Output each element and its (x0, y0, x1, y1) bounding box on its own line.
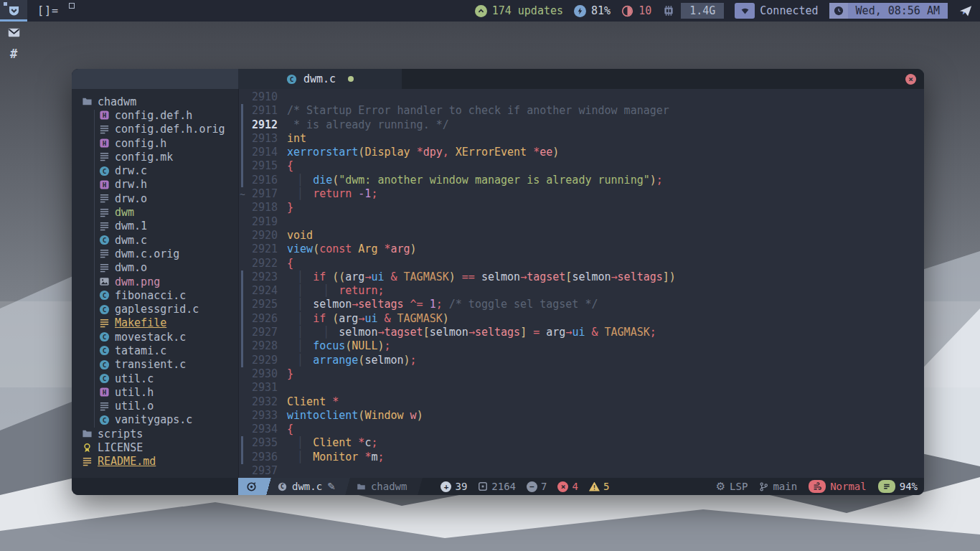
workspace-tag-mail[interactable] (0, 22, 27, 43)
tree-item-Makefile[interactable]: Makefile (72, 316, 238, 330)
tree-item-dwm.c.orig[interactable]: dwm.c.orig (72, 247, 238, 260)
workspace-tag-hash[interactable]: # (0, 43, 27, 65)
tree-item-label: movestack.c (115, 331, 186, 344)
code-text: ▏ return -1; (287, 187, 377, 201)
workspace-tags: # (0, 0, 27, 65)
code-line-2934[interactable]: 2934{ (239, 423, 924, 436)
code-line-2914[interactable]: 2914xerrorstart(Display *dpy, XErrorEven… (239, 146, 924, 159)
git-sign-empty (239, 395, 246, 409)
tree-item-util.o[interactable]: util.o (72, 400, 238, 413)
tree-item-README.md[interactable]: README.md (72, 455, 238, 468)
battery-module[interactable]: 81% (574, 4, 611, 17)
code-line-2933[interactable]: 2933wintoclient(Window w) (239, 409, 924, 423)
tree-item-movestack.c[interactable]: Cmovestack.c (72, 330, 238, 344)
line-number: 2914 (246, 146, 287, 159)
svg-text:C: C (103, 416, 107, 424)
code-line-2924[interactable]: 2924 ▏ ▏ return; (239, 284, 924, 298)
tree-item-dwm.c[interactable]: Cdwm.c (72, 233, 238, 247)
mail-icon (7, 26, 21, 39)
tree-item-drw.h[interactable]: Hdrw.h (72, 178, 238, 192)
mode-segment (238, 478, 264, 495)
git-sign-bar (239, 174, 246, 187)
network-module[interactable]: Connected (735, 3, 818, 19)
code-line-2930[interactable]: 2930} (239, 367, 924, 381)
code-line-2911[interactable]: 2911/* Startup Error handler to check if… (239, 104, 924, 118)
tree-item-chadwm[interactable]: chadwm (72, 95, 238, 108)
svg-text:C: C (103, 236, 107, 244)
code-line-2925[interactable]: 2925 ▏ selmon→seltags ^= 1; /* toggle se… (239, 298, 924, 311)
code-line-2929[interactable]: 2929 ▏ arrange(selmon); (239, 354, 924, 367)
tab-bar: C dwm.c × (72, 69, 924, 89)
tab-dwm-c[interactable]: C dwm.c (238, 69, 402, 89)
file-icon (99, 151, 110, 162)
tree-item-dwm[interactable]: dwm (72, 205, 238, 219)
code-line-2917[interactable]: ~2917 ▏ return -1; (239, 187, 924, 201)
folder-icon (82, 428, 93, 439)
clock-module[interactable]: Wed, 08:56 AM (829, 3, 948, 19)
layout-symbol[interactable]: []= (37, 4, 59, 17)
tree-item-config.def.h[interactable]: Hconfig.def.h (72, 108, 238, 122)
h-icon: H (99, 138, 110, 149)
code-line-2927[interactable]: 2927 ▏ ▏ selmon→tagset[selmon→seltags] =… (239, 326, 924, 339)
temperature-module[interactable]: 10 (621, 4, 651, 17)
tree-item-dwm.png[interactable]: dwm.png (72, 275, 238, 288)
tree-item-tatami.c[interactable]: Ctatami.c (72, 344, 238, 357)
tree-item-config.mk[interactable]: config.mk (72, 150, 238, 164)
tree-item-drw.c[interactable]: Cdrw.c (72, 164, 238, 177)
code-line-2923[interactable]: 2923 ▏ if ((arg→ui & TAGMASK) == selmon→… (239, 270, 924, 284)
tree-item-label: dwm (115, 206, 134, 219)
svg-text:H: H (103, 181, 107, 189)
tree-item-config.def.h.orig[interactable]: config.def.h.orig (72, 123, 238, 136)
line-number: 2926 (246, 312, 287, 326)
memory-module[interactable]: 1.4G (662, 3, 724, 19)
code-line-2915[interactable]: 2915{ (239, 159, 924, 173)
code-line-2910[interactable]: 2910 (239, 90, 924, 104)
code-line-2912[interactable]: 2912 * is already running. */ (239, 118, 924, 132)
tree-item-drw.o[interactable]: drw.o (72, 192, 238, 205)
tree-item-fibonacci.c[interactable]: Cfibonacci.c (72, 288, 238, 302)
tree-item-LICENSE[interactable]: LICENSE (72, 441, 238, 454)
tree-item-dwm.o[interactable]: dwm.o (72, 261, 238, 275)
diagnostics-warnings: ! 5 (589, 481, 609, 492)
code-line-2936[interactable]: 2936 ▏ Monitor *m; (239, 451, 924, 464)
code-line-2920[interactable]: 2920void (239, 229, 924, 242)
vim-mode: Normal (809, 480, 867, 493)
tree-item-label: fibonacci.c (115, 289, 186, 302)
code-line-2937[interactable]: 2937 (239, 464, 924, 478)
tree-item-config.h[interactable]: Hconfig.h (72, 136, 238, 150)
tree-item-dwm.1[interactable]: dwm.1 (72, 220, 238, 233)
git-sign-empty (239, 201, 246, 215)
editor-window: C dwm.c × chadwmHconfig.def.hconfig.def.… (72, 69, 924, 495)
code-line-2928[interactable]: 2928 ▏ focus(NULL); (239, 339, 924, 353)
tree-item-gaplessgrid.c[interactable]: Cgaplessgrid.c (72, 302, 238, 316)
workspace-tag-pocket[interactable] (0, 0, 27, 22)
code-line-2932[interactable]: 2932Client * (239, 395, 924, 409)
tree-item-transient.c[interactable]: Ctransient.c (72, 358, 238, 372)
file-icon (99, 248, 110, 259)
file-tree: chadwmHconfig.def.hconfig.def.h.origHcon… (72, 89, 238, 478)
code-line-2918[interactable]: 2918} (239, 201, 924, 215)
tree-item-util.c[interactable]: Cutil.c (72, 372, 238, 385)
code-line-2922[interactable]: 2922{ (239, 257, 924, 270)
code-line-2919[interactable]: 2919 (239, 215, 924, 229)
close-buffer-button[interactable]: × (905, 74, 916, 85)
code-line-2931[interactable]: 2931 (239, 381, 924, 395)
statusline-separator (415, 478, 425, 495)
code-text: } (287, 201, 293, 215)
tree-item-vanitygaps.c[interactable]: Cvanitygaps.c (72, 413, 238, 427)
send-tray-icon[interactable] (958, 4, 973, 18)
line-number: 2927 (246, 326, 287, 339)
tree-item-scripts[interactable]: scripts (72, 427, 238, 441)
ram-icon (662, 4, 675, 17)
h-icon: H (99, 110, 110, 121)
code-line-2926[interactable]: 2926 ▏ if (arg→ui & TAGMASK) (239, 312, 924, 326)
code-line-2916[interactable]: 2916 ▏ die("dwm: another window manager … (239, 174, 924, 187)
svg-text:C: C (103, 305, 107, 313)
updates-module[interactable]: 174 updates (475, 4, 563, 17)
code-line-2913[interactable]: 2913int (239, 132, 924, 146)
tree-item-util.h[interactable]: Hutil.h (72, 385, 238, 399)
statusline-file: C dwm.c ✎ (273, 478, 343, 495)
code-line-2935[interactable]: 2935 ▏ Client *c; (239, 436, 924, 450)
code-line-2921[interactable]: 2921view(const Arg *arg) (239, 242, 924, 256)
line-number: 2915 (246, 159, 287, 173)
